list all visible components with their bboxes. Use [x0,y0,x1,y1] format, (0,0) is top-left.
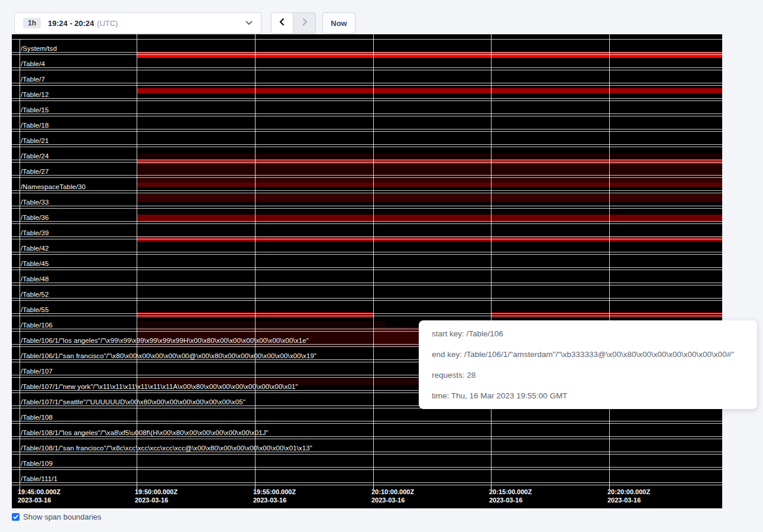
time-column-line [137,34,137,486]
span-boundary-line [12,267,722,268]
time-range-label: 19:24 - 20:24 [48,19,94,28]
span-boundary-line [12,252,722,252]
span-boundary-line [12,300,722,301]
time-axis-label: 20:15:00.000Z2023-03-16 [489,488,532,504]
span-boundary-line [12,39,722,40]
span-tooltip: start key: /Table/106 end key: /Table/10… [419,320,757,409]
row-key-label: /Table/7 [21,76,45,83]
time-range-selector[interactable]: 1h 19:24 - 20:24 (UTC) [14,12,261,34]
span-boundary-line [12,116,722,116]
span-boundary-line [12,316,722,316]
row-key-label: /Table/107 [21,368,53,375]
span-boundary-line [12,67,722,68]
tooltip-start-key: start key: /Table/106 [432,329,744,338]
span-boundary-line [12,254,722,255]
row-key-label: /NamespaceTable/30 [21,183,86,190]
row-key-label: /Table/24 [21,153,49,160]
checkbox-label: Show span boundaries [23,512,101,521]
span-boundary-line [12,223,722,224]
span-boundary-line [12,452,722,452]
row-key-label: /Table/108/1/"san francisco"/"\x8c\xcc\x… [21,445,312,452]
span-boundary-line [12,208,722,209]
row-key-label: /Table/107/1/"seattle"/"UUUUUUD\x00\x80\… [21,398,245,406]
span-boundary-line [12,313,722,314]
span-boundary-line [12,421,722,421]
time-axis-label: 19:45:00.000Z2023-03-16 [18,488,60,504]
show-span-boundaries-control[interactable]: Show span boundaries [12,512,101,521]
row-key-label: /Table/55 [21,306,49,313]
time-column-line [491,34,492,486]
chevron-left-icon [278,18,286,28]
span-boundary-line [12,162,722,163]
row-key-label: /Table/111/1 [21,475,57,482]
time-nav-group [271,12,316,34]
key-visualizer-canvas[interactable]: /System/tsd/Table/4/Table/7/Table/12/Tab… [12,34,722,508]
heat-band [137,88,722,93]
span-boundary-line [12,423,722,424]
span-boundary-line [12,270,722,270]
span-boundary-line [12,83,722,83]
row-key-label: /Table/12 [21,91,49,98]
row-key-label: /Table/18 [21,122,49,129]
span-boundary-line [12,52,722,53]
span-boundary-line [12,147,722,147]
row-key-label: /Table/108/1/"los angeles"/"\xa8\xf5\u00… [21,429,269,436]
span-boundary-line [12,190,722,191]
time-axis-label: 19:55:00.000Z2023-03-16 [253,488,296,504]
span-boundary-line [12,482,722,483]
time-axis-label: 19:50:00.000Z2023-03-16 [135,488,177,504]
heat-band [137,165,722,179]
row-key-label: /Table/15 [21,106,49,113]
row-key-label: /Table/106/1/"san francisco"/"\x80\x00\x… [21,352,316,359]
row-key-label: /Table/27 [21,168,49,175]
row-key-label: /Table/4 [21,60,45,67]
now-button[interactable]: Now [322,12,355,34]
time-axis-label: 20:10:00.000Z2023-03-16 [371,488,414,504]
time-axis-label: 20:20:00.000Z2023-03-16 [607,488,650,504]
row-key-label: /Table/21 [21,137,49,144]
span-boundary-line [12,70,722,70]
row-key-label: /System/tsd [21,45,57,52]
heat-band [137,194,722,202]
next-interval-button[interactable] [293,12,316,34]
span-boundary-line [12,469,722,470]
span-boundary-line [12,54,722,55]
span-boundary-line [12,439,722,439]
span-boundary-line [12,160,722,160]
span-boundary-line [12,236,722,237]
span-boundary-line [12,467,722,468]
span-boundary-line [12,454,722,455]
row-key-label: /Table/106 [21,322,53,329]
timezone-label: (UTC) [97,19,118,28]
row-key-label: /Table/33 [21,199,49,206]
checkbox-checked-icon[interactable] [12,513,20,521]
span-boundary-line [12,221,722,222]
row-key-label: /Table/39 [21,229,49,236]
tooltip-requests: requests: 28 [432,371,744,379]
span-boundary-line [12,239,722,239]
row-key-label: /Table/109 [21,460,53,467]
span-boundary-line [12,175,722,176]
heat-band [137,321,385,326]
duration-badge: 1h [23,18,41,28]
span-boundary-line [12,144,722,145]
span-boundary-line [12,129,722,129]
span-boundary-line [12,113,722,114]
tooltip-end-key: end key: /Table/106/1/"amsterdam"/"\xb33… [432,350,744,359]
heat-band [137,179,722,183]
span-boundary-line [12,193,722,193]
span-boundary-line [12,98,722,99]
span-boundary-line [12,206,722,206]
previous-interval-button[interactable] [271,12,293,34]
time-column-line [609,34,610,486]
span-boundary-line [12,285,722,286]
row-key-label: /Table/36 [21,214,49,221]
time-column-line [255,34,256,486]
span-boundary-line [12,131,722,132]
row-key-label: /Table/48 [21,275,49,283]
heat-band [137,183,722,187]
span-boundary-line [12,298,722,299]
key-axis-line [20,39,20,485]
chevron-down-icon [245,21,253,25]
span-boundary-line [12,283,722,283]
